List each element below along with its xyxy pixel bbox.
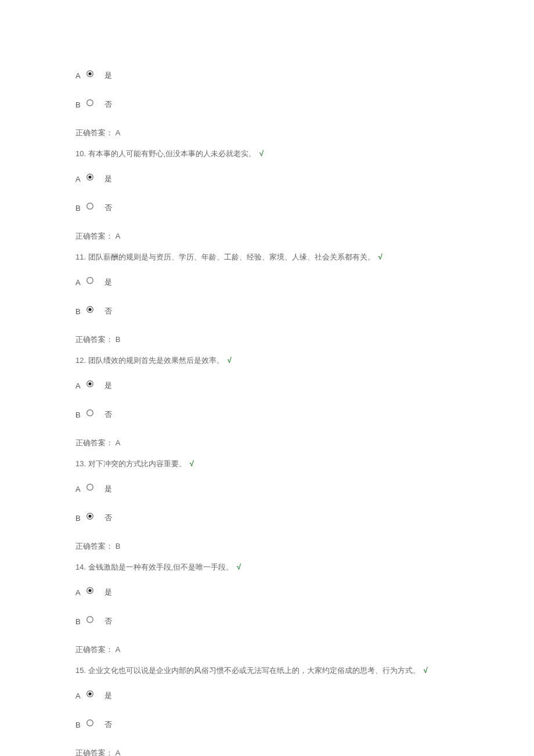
radio-button-unchecked-icon[interactable] bbox=[86, 202, 94, 210]
option-label: 是 bbox=[104, 277, 112, 287]
option-row: B否 bbox=[75, 305, 459, 317]
radio-button-checked-icon[interactable] bbox=[86, 586, 94, 595]
question-text: 15. 企业文化也可以说是企业内部的风俗习惯不必或无法写在纸上的，大家约定俗成的… bbox=[75, 665, 459, 676]
correct-answer-value: A bbox=[116, 438, 121, 447]
option-row: A是 bbox=[75, 690, 459, 701]
radio-button-checked-icon[interactable] bbox=[86, 380, 94, 388]
correct-answer: 正确答案： A bbox=[75, 748, 459, 756]
radio-button-checked-icon[interactable] bbox=[86, 173, 94, 181]
question-number: 12. bbox=[75, 356, 86, 365]
correct-answer-value: A bbox=[116, 128, 121, 137]
radio-button-checked-icon[interactable] bbox=[86, 512, 94, 520]
option-label: 否 bbox=[104, 719, 112, 730]
option-letter: A bbox=[75, 71, 84, 80]
correct-answer: 正确答案： A bbox=[75, 438, 459, 448]
option-letter: B bbox=[75, 721, 84, 729]
correct-answer: 正确答案： A bbox=[75, 231, 459, 242]
option-label: 否 bbox=[104, 616, 112, 627]
correct-answer-prefix: 正确答案： bbox=[75, 335, 113, 344]
check-icon: √ bbox=[259, 149, 264, 158]
correct-answer: 正确答案： B bbox=[75, 541, 459, 552]
correct-answer-value: A bbox=[116, 232, 121, 240]
option-letter: A bbox=[75, 485, 84, 494]
radio-button-unchecked-icon[interactable] bbox=[86, 99, 94, 107]
correct-answer: 正确答案： B bbox=[75, 334, 459, 345]
option-row: A是 bbox=[75, 483, 459, 495]
question-number: 13. bbox=[75, 459, 86, 468]
question-body: 有本事的人可能有野心,但没本事的人未必就老实。 bbox=[88, 149, 256, 158]
check-icon: √ bbox=[228, 356, 232, 365]
correct-answer-prefix: 正确答案： bbox=[75, 748, 113, 756]
correct-answer-prefix: 正确答案： bbox=[75, 645, 113, 654]
option-letter: B bbox=[75, 514, 84, 523]
option-letter: B bbox=[75, 617, 84, 626]
correct-answer-prefix: 正确答案： bbox=[75, 438, 113, 447]
radio-button-unchecked-icon[interactable] bbox=[86, 276, 94, 285]
option-row: A是 bbox=[75, 586, 459, 598]
radio-button-unchecked-icon[interactable] bbox=[86, 409, 94, 417]
correct-answer-value: A bbox=[116, 748, 121, 756]
option-letter: A bbox=[75, 381, 84, 390]
radio-button-checked-icon[interactable] bbox=[86, 690, 94, 698]
radio-button-checked-icon[interactable] bbox=[86, 70, 94, 78]
radio-button-unchecked-icon[interactable] bbox=[86, 483, 94, 491]
correct-answer-prefix: 正确答案： bbox=[75, 542, 113, 550]
question-body: 团队薪酬的规则是与资历、学历、年龄、工龄、经验、家境、人缘、社会关系都有关。 bbox=[88, 253, 375, 261]
question-body: 对下冲突的方式比内容重要。 bbox=[88, 459, 186, 468]
option-label: 是 bbox=[104, 587, 112, 597]
question-number: 10. bbox=[75, 149, 86, 158]
option-row: A是 bbox=[75, 70, 459, 81]
question-text: 11. 团队薪酬的规则是与资历、学历、年龄、工龄、经验、家境、人缘、社会关系都有… bbox=[75, 252, 459, 262]
radio-button-checked-icon[interactable] bbox=[86, 305, 94, 314]
correct-answer-value: B bbox=[116, 542, 121, 550]
question-body: 团队绩效的规则首先是效果然后是效率。 bbox=[88, 356, 224, 365]
option-label: 否 bbox=[104, 513, 112, 523]
option-row: B否 bbox=[75, 202, 459, 214]
correct-answer-prefix: 正确答案： bbox=[75, 128, 113, 137]
option-row: B否 bbox=[75, 615, 459, 627]
correct-answer-value: B bbox=[116, 335, 121, 344]
question-body: 企业文化也可以说是企业内部的风俗习惯不必或无法写在纸上的，大家约定俗成的思考、行… bbox=[88, 666, 420, 675]
option-letter: A bbox=[75, 692, 84, 700]
question-text: 13. 对下冲突的方式比内容重要。√ bbox=[75, 459, 459, 469]
question-text: 10. 有本事的人可能有野心,但没本事的人未必就老实。√ bbox=[75, 149, 459, 159]
check-icon: √ bbox=[378, 253, 383, 261]
option-letter: A bbox=[75, 278, 84, 287]
question-body: 金钱激励是一种有效手段,但不是唯一手段。 bbox=[88, 563, 233, 571]
question-number: 15. bbox=[75, 666, 86, 675]
option-label: 是 bbox=[104, 380, 112, 391]
option-label: 否 bbox=[104, 409, 112, 420]
radio-button-unchecked-icon[interactable] bbox=[86, 615, 94, 624]
correct-answer-prefix: 正确答案： bbox=[75, 232, 113, 240]
question-number: 14. bbox=[75, 563, 86, 571]
option-label: 是 bbox=[104, 484, 112, 494]
option-label: 是 bbox=[104, 174, 112, 184]
correct-answer: 正确答案： A bbox=[75, 645, 459, 655]
option-letter: A bbox=[75, 588, 84, 597]
radio-button-unchecked-icon[interactable] bbox=[86, 719, 94, 727]
option-label: 否 bbox=[104, 99, 112, 110]
question-number: 11. bbox=[75, 253, 86, 261]
check-icon: √ bbox=[424, 666, 428, 675]
option-letter: B bbox=[75, 307, 84, 316]
option-letter: B bbox=[75, 204, 84, 213]
option-label: 否 bbox=[104, 203, 112, 213]
question-text: 14. 金钱激励是一种有效手段,但不是唯一手段。√ bbox=[75, 562, 459, 573]
option-letter: A bbox=[75, 175, 84, 183]
option-label: 否 bbox=[104, 306, 112, 316]
option-row: B否 bbox=[75, 409, 459, 420]
check-icon: √ bbox=[237, 563, 241, 571]
option-row: B否 bbox=[75, 719, 459, 730]
option-letter: B bbox=[75, 411, 84, 419]
correct-answer-value: A bbox=[116, 645, 121, 654]
option-letter: B bbox=[75, 100, 84, 109]
option-row: A是 bbox=[75, 380, 459, 391]
option-label: 是 bbox=[104, 70, 112, 81]
option-row: B否 bbox=[75, 512, 459, 524]
correct-answer: 正确答案： A bbox=[75, 128, 459, 138]
option-row: A是 bbox=[75, 276, 459, 288]
option-row: B否 bbox=[75, 99, 459, 110]
option-row: A是 bbox=[75, 173, 459, 185]
option-label: 是 bbox=[104, 690, 112, 701]
question-text: 12. 团队绩效的规则首先是效果然后是效率。√ bbox=[75, 355, 459, 366]
